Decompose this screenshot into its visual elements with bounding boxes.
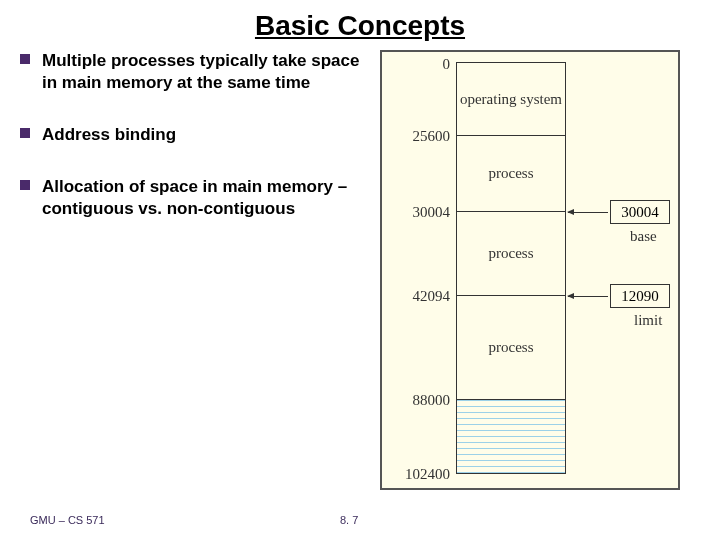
addr-label: 30004 [390,204,450,221]
bullet-text: Allocation of space in main memory – con… [42,176,370,220]
bullet-marker-icon [20,180,30,190]
addr-label: 25600 [390,128,450,145]
bullet-item: Address binding [20,124,370,146]
arrow-icon [568,212,608,213]
slide-title: Basic Concepts [0,10,720,42]
limit-label: limit [634,312,662,329]
footer-course: GMU – CS 571 [30,514,105,526]
addr-label: 102400 [390,466,450,483]
addr-label: 88000 [390,392,450,409]
bullet-marker-icon [20,54,30,64]
bullet-marker-icon [20,128,30,138]
bullet-list: Multiple processes typically take space … [20,50,380,490]
mem-block: process [456,136,566,212]
content-area: Multiple processes typically take space … [0,50,720,490]
limit-register-box: 12090 [610,284,670,308]
footer-page: 8. 7 [340,514,358,526]
memory-diagram: 0 25600 30004 42094 88000 102400 operati… [380,50,680,490]
addr-label: 42094 [390,288,450,305]
mem-block: process [456,296,566,400]
bullet-item: Allocation of space in main memory – con… [20,176,370,220]
addr-label: 0 [390,56,450,73]
mem-block-empty [456,400,566,474]
base-label: base [630,228,657,245]
memory-stack: operating system process process process [456,62,566,474]
bullet-text: Address binding [42,124,176,146]
mem-block: process [456,212,566,296]
bullet-text: Multiple processes typically take space … [42,50,370,94]
bullet-item: Multiple processes typically take space … [20,50,370,94]
arrow-icon [568,296,608,297]
diagram-container: 0 25600 30004 42094 88000 102400 operati… [380,50,700,490]
base-register-box: 30004 [610,200,670,224]
mem-block: operating system [456,62,566,136]
